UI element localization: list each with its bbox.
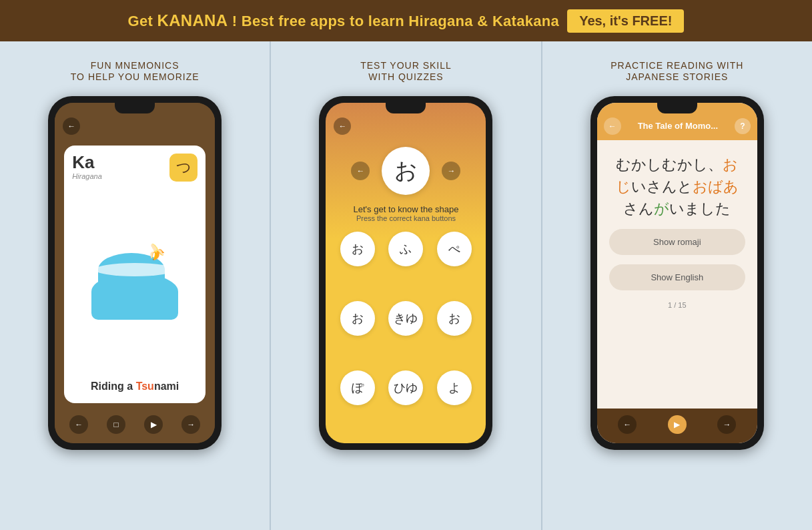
phone1-image-button[interactable]: □ (107, 415, 125, 434)
show-english-button[interactable]: Show English (609, 264, 745, 290)
tsunami-illustration: 🍌 (91, 240, 178, 320)
banner-prefix: Get (128, 13, 157, 29)
card-image: 🍌 (72, 184, 197, 375)
panel2-title-sub: WITH QUIZZES (360, 71, 452, 83)
phone3-next-button[interactable]: → (717, 415, 736, 434)
banner-cta-button[interactable]: Yes, it's FREE! (567, 9, 684, 33)
quiz-btn-5[interactable]: お (437, 301, 472, 336)
quiz-kana-display: ← お → (326, 140, 486, 199)
story-text-area: むかしむかし、おじいさんとおばあさんがいました Show romaji Show… (597, 140, 757, 409)
phone3-prev-button[interactable]: ← (618, 415, 637, 434)
panel-stories: PRACTICE READING WITH JAPANESE STORIES ←… (542, 41, 812, 530)
quiz-btn-0[interactable]: お (340, 232, 375, 266)
quiz-kana: お (394, 156, 418, 186)
phone1-next-button[interactable]: → (181, 415, 200, 434)
top-banner: Get KANANA ! Best free apps to learn Hir… (0, 0, 812, 41)
panel1-title-main: FUN MNEMONICS (71, 60, 199, 71)
phone-notch-3 (657, 103, 697, 113)
quiz-btn-3[interactable]: お (340, 301, 375, 336)
phone1-back-button[interactable]: ← (63, 117, 80, 135)
caption-prefix: Riding a (91, 380, 136, 392)
quiz-next-arrow[interactable]: → (442, 162, 460, 180)
panel-mnemonics: FUN MNEMONICS TO HELP YOU MEMORIZE ← Ka … (0, 41, 271, 530)
phone1-bottom-nav: ← □ ▶ → (55, 409, 215, 443)
panel3-title-sub: JAPANESE STORIES (611, 71, 743, 83)
panel1-title-sub: TO HELP YOU MEMORIZE (71, 71, 199, 83)
phone-frame-2: ← ← お → Let's get to know the shape Pres… (319, 96, 492, 450)
story-nav-title: The Tale of Momo... (638, 121, 718, 131)
phone2-back-button[interactable]: ← (334, 117, 351, 135)
card-kana-badge: つ (169, 154, 197, 182)
caption-highlight: Tsu (136, 380, 154, 392)
panel2-title: TEST YOUR SKILL WITH QUIZZES (360, 60, 452, 83)
panel3-title-main: PRACTICE READING WITH (611, 60, 743, 71)
quiz-btn-6[interactable]: ぽ (340, 370, 375, 405)
phone-screen-1: ← Ka Hiragana つ (55, 103, 215, 443)
phone3-back-button[interactable]: ← (604, 117, 621, 135)
panel-quizzes: TEST YOUR SKILL WITH QUIZZES ← ← お → Let… (271, 41, 542, 530)
show-romaji-button[interactable]: Show romaji (609, 229, 745, 255)
phone1-card: Ka Hiragana つ 🍌 (64, 146, 206, 403)
quiz-grid: お ふ ぺ お きゆ お ぽ ひゆ よ (326, 225, 486, 443)
quiz-sub-text: Press the correct kana buttons (334, 214, 478, 222)
phone3-bottom-nav: ← ▶ → (597, 409, 757, 443)
quiz-btn-1[interactable]: ふ (388, 232, 423, 266)
card-caption: Riding a Tsunami (72, 375, 197, 395)
quiz-instruction: Let's get to know the shape Press the co… (326, 199, 486, 225)
panel1-title: FUN MNEMONICS TO HELP YOU MEMORIZE (71, 60, 199, 83)
story-japanese-text: むかしむかし、おじいさんとおばあさんがいました (609, 154, 745, 220)
card-type: Hiragana (72, 172, 102, 180)
main-area: FUN MNEMONICS TO HELP YOU MEMORIZE ← Ka … (0, 41, 812, 530)
quiz-btn-2[interactable]: ぺ (437, 232, 472, 266)
card-header: Ka Hiragana つ (72, 154, 197, 182)
panel3-title: PRACTICE READING WITH JAPANESE STORIES (611, 60, 743, 83)
phone1-sound-button[interactable]: ▶ (144, 415, 163, 434)
panel2-title-main: TEST YOUR SKILL (360, 60, 452, 71)
phone-screen-2: ← ← お → Let's get to know the shape Pres… (326, 103, 486, 443)
phone-screen-3: ← The Tale of Momo... ? むかしむかし、おじいさんとおばあ… (597, 103, 757, 443)
quiz-prev-arrow[interactable]: ← (351, 162, 370, 180)
quiz-main-text: Let's get to know the shape (334, 204, 478, 214)
quiz-btn-7[interactable]: ひゆ (388, 370, 423, 405)
caption-suffix: nami (154, 380, 179, 392)
card-romaji: Ka (72, 154, 102, 171)
banner-text: Get KANANA ! Best free apps to learn Hir… (128, 11, 560, 30)
phone1-prev-button[interactable]: ← (69, 415, 88, 434)
phone-notch-1 (115, 103, 155, 113)
phone-notch-2 (386, 103, 426, 113)
story-help-button[interactable]: ? (735, 118, 751, 134)
quiz-btn-8[interactable]: よ (437, 370, 472, 405)
page-counter: 1 / 15 (609, 300, 745, 313)
phone-frame-1: ← Ka Hiragana つ (48, 96, 222, 450)
phone-frame-3: ← The Tale of Momo... ? むかしむかし、おじいさんとおばあ… (590, 96, 764, 450)
quiz-kana-circle: お (382, 147, 430, 195)
card-kana: つ (176, 158, 191, 178)
wave-foam (95, 263, 175, 276)
banner-suffix: ! Best free apps to learn Hiragana & Kat… (228, 13, 559, 29)
quiz-btn-4[interactable]: きゆ (388, 301, 423, 336)
phone3-sound-button[interactable]: ▶ (668, 415, 687, 434)
banner-brand: KANANA (157, 11, 228, 29)
card-romaji-section: Ka Hiragana (72, 154, 102, 180)
